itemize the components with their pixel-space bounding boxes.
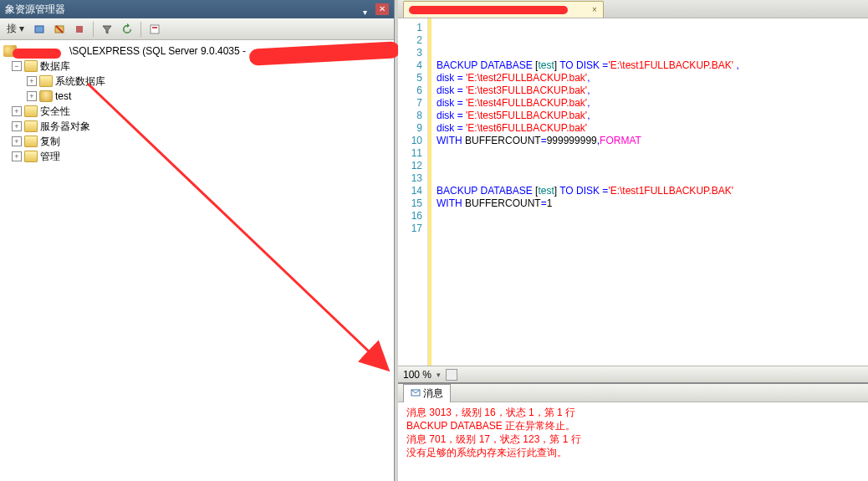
line-gutter: 1234567891011121314151617 [398,18,428,366]
node-label: 服务器对象 [40,120,90,134]
zoom-bar: 100 % ▾ [398,366,868,382]
object-explorer-pane: 象资源管理器 ▾ ✕ 接 ▾ \SQLEXPRESS (SQL Server 9… [0,0,395,481]
folder-icon [24,60,38,72]
nav-prev-icon[interactable] [446,369,457,381]
server-node[interactable]: \SQLEXPRESS (SQL Server 9.0.4035 - [2,43,392,59]
folder-icon [24,105,38,117]
pin-icon[interactable]: ▾ [359,3,370,15]
svg-rect-0 [35,26,43,33]
replication-node[interactable]: + 复制 [2,134,392,149]
expand-icon[interactable]: + [12,106,22,116]
editor-pane: × 1234567891011121314151617 BACKUP DATAB… [398,0,868,481]
folder-icon [24,136,38,147]
results-pane: 消息 消息 3013，级别 16，状态 1，第 1 行BACKUP DATABA… [398,382,868,481]
refresh-icon[interactable] [119,21,135,38]
testdb-node[interactable]: + test [2,89,392,104]
connect-dropdown[interactable]: 接 ▾ [3,22,28,36]
folder-icon [24,151,38,162]
explorer-toolbar: 接 ▾ [0,18,394,40]
server-icon [3,45,17,57]
object-tree[interactable]: \SQLEXPRESS (SQL Server 9.0.4035 - − 数据库… [0,40,394,481]
stop-icon[interactable] [71,21,88,38]
results-tab-bar: 消息 [398,384,868,402]
expand-icon[interactable]: + [12,136,22,146]
svg-rect-5 [152,27,157,28]
expand-icon[interactable]: + [27,91,37,101]
sql-tab[interactable]: × [403,1,604,18]
node-label: 系统数据库 [55,74,105,89]
node-label: 数据库 [40,59,70,74]
expand-icon[interactable]: + [12,151,22,161]
svg-rect-3 [76,26,83,33]
tab-close-button[interactable]: × [590,5,600,15]
expand-icon[interactable]: + [27,76,37,86]
filter-icon[interactable] [99,21,115,38]
messages-body[interactable]: 消息 3013，级别 16，状态 1，第 1 行BACKUP DATABASE … [398,402,868,481]
server-objects-node[interactable]: + 服务器对象 [2,119,392,134]
folder-icon [24,120,38,132]
systemdb-node[interactable]: + 系统数据库 [2,74,392,89]
zoom-value[interactable]: 100 % [403,369,431,381]
tab-strip: × [398,0,868,18]
folder-icon [39,75,53,87]
report-icon[interactable] [146,21,163,38]
node-label: 安全性 [40,105,70,119]
disconnect-icon[interactable] [51,21,68,38]
close-explorer-button[interactable]: ✕ [375,3,389,15]
messages-tab[interactable]: 消息 [403,384,451,402]
svg-rect-4 [151,25,159,33]
node-label: 管理 [40,150,60,164]
node-label: test [55,90,71,102]
node-label: 复制 [40,135,60,149]
code-area[interactable]: BACKUP DATABASE [test] TO DISK ='E:\test… [431,18,868,366]
collapse-icon[interactable]: − [12,61,22,71]
explorer-title-bar: 象资源管理器 ▾ ✕ [0,0,394,18]
explorer-title: 象资源管理器 [5,0,65,18]
server-label: \SQLEXPRESS (SQL Server 9.0.4035 - [69,45,246,57]
code-editor[interactable]: 1234567891011121314151617 BACKUP DATABAS… [398,18,868,366]
connect-icon[interactable] [31,21,48,38]
databases-node[interactable]: − 数据库 [2,59,392,74]
expand-icon[interactable]: + [12,121,22,131]
message-icon [411,388,421,398]
security-node[interactable]: + 安全性 [2,104,392,119]
redacted-tab-title [409,6,568,14]
database-icon [39,90,53,102]
messages-tab-label: 消息 [423,386,443,401]
zoom-dropdown-icon[interactable]: ▾ [437,371,441,379]
management-node[interactable]: + 管理 [2,149,392,164]
